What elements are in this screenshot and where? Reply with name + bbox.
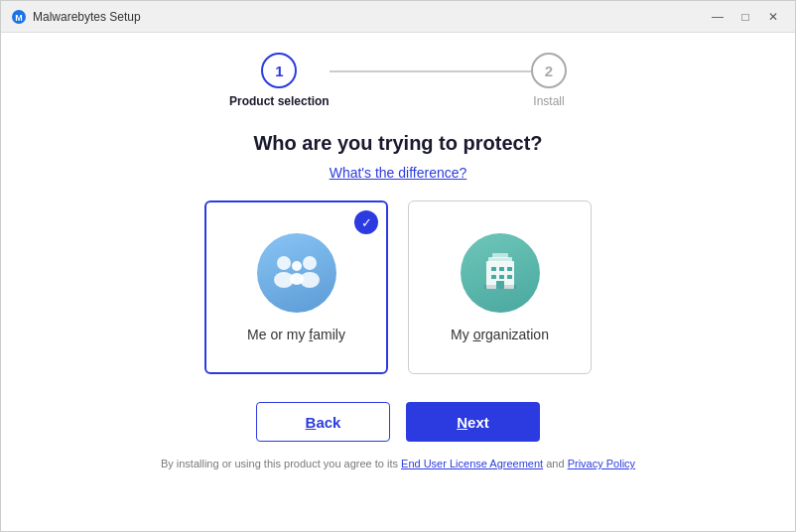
svg-point-2	[277, 256, 291, 270]
eula-link[interactable]: End User License Agreement	[401, 458, 543, 469]
privacy-link[interactable]: Privacy Policy	[568, 458, 635, 469]
svg-rect-11	[499, 267, 504, 271]
back-button[interactable]: Back	[256, 402, 390, 442]
step-2: 2 Install	[531, 53, 567, 108]
titlebar: M Malwarebytes Setup — □ ✕	[1, 1, 795, 33]
step-1: 1 Product selection	[229, 53, 330, 108]
footer-text: By installing or using this product you …	[161, 458, 635, 469]
svg-point-7	[290, 273, 304, 285]
window-controls: — □ ✕	[706, 7, 785, 27]
step-1-label: Product selection	[229, 94, 330, 108]
main-content: 1 Product selection 2 Install Who are yo…	[1, 33, 795, 532]
family-card-label: Me or my family	[247, 327, 345, 342]
org-card[interactable]: My organization	[408, 200, 592, 374]
step-2-label: Install	[533, 94, 564, 108]
svg-point-6	[292, 261, 302, 271]
svg-rect-13	[491, 275, 496, 279]
family-card[interactable]: ✓ Me or my family	[204, 200, 388, 374]
close-button[interactable]: ✕	[761, 7, 785, 27]
step-1-circle: 1	[261, 53, 297, 88]
svg-rect-10	[491, 267, 496, 271]
family-icon-circle	[257, 233, 336, 313]
stepper: 1 Product selection 2 Install	[229, 53, 567, 108]
option-cards: ✓ Me or my family	[204, 200, 592, 374]
minimize-button[interactable]: —	[706, 7, 730, 27]
step-connector	[330, 70, 531, 72]
svg-rect-17	[492, 253, 508, 258]
svg-text:M: M	[15, 13, 23, 23]
svg-rect-12	[507, 267, 512, 271]
family-icon	[271, 252, 323, 294]
difference-link[interactable]: What's the difference?	[330, 165, 467, 181]
titlebar-title: Malwarebytes Setup	[33, 10, 706, 24]
org-card-label: My organization	[451, 327, 549, 342]
next-button[interactable]: Next	[406, 402, 540, 442]
org-icon	[478, 249, 522, 297]
action-buttons: Back Next	[256, 402, 540, 442]
page-heading: Who are you trying to protect?	[253, 132, 542, 155]
svg-point-4	[303, 256, 317, 270]
org-icon-circle	[461, 233, 540, 313]
maximize-button[interactable]: □	[733, 7, 757, 27]
svg-rect-14	[499, 275, 504, 279]
svg-rect-15	[507, 275, 512, 279]
selected-checkmark: ✓	[354, 210, 378, 234]
step-2-circle: 2	[531, 53, 567, 88]
svg-rect-18	[496, 281, 504, 289]
app-icon: M	[11, 9, 27, 25]
